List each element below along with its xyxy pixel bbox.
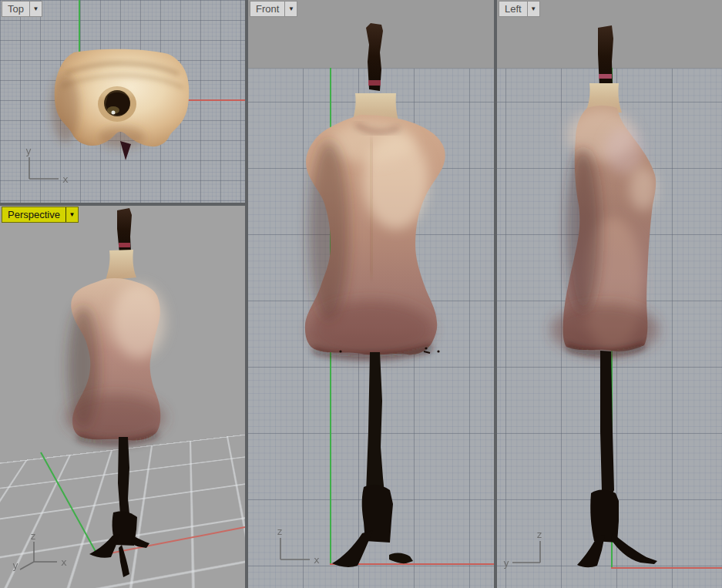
viewport-splitter-horizontal[interactable] [0,203,245,206]
scan-noise [425,347,427,349]
stand-foot-left[interactable] [89,534,120,558]
triad-v-label: z [536,529,542,540]
triad-h-label: x [61,556,67,568]
viewport-front[interactable]: Front ▼ z x [248,0,494,588]
triad-v-label: z [277,526,283,537]
rhino-viewport-workspace: Top ▼ y x [0,0,722,588]
perspective-axis-triad: z x y [9,531,71,574]
stand-pole[interactable] [600,351,614,493]
stand-foot-back[interactable] [577,535,605,567]
stand-base[interactable] [590,490,619,543]
torso-left-shade [309,140,349,322]
pole-pink-band [368,80,381,86]
top-stand-spike[interactable] [120,141,131,160]
stand-foot-front[interactable] [611,533,657,564]
viewport-tab-left[interactable]: Left ▼ [499,1,540,17]
triad-h-label: x [314,554,320,566]
torso-highlight [112,284,166,358]
viewport-left[interactable]: Left ▼ z y [497,0,722,588]
viewport-menu-arrow-icon[interactable]: ▼ [66,207,78,222]
scan-noise [339,350,341,352]
stand-foot-front[interactable] [119,545,129,577]
viewport-tab-perspective[interactable]: Perspective ▼ [2,207,79,223]
viewport-menu-arrow-icon[interactable]: ▼ [528,2,539,16]
chest-highlight [605,127,643,173]
viewport-tab-label[interactable]: Front [250,2,284,16]
viewport-perspective[interactable]: Perspective ▼ z x y [0,206,245,588]
scan-noise [437,350,439,352]
center-seam [371,139,371,277]
stand-foot-left[interactable] [332,530,373,567]
viewport-splitter-vertical-2[interactable] [494,0,497,588]
left-view-model[interactable] [497,0,722,588]
neck[interactable] [106,250,136,281]
triad-v-label: y [25,145,32,156]
top-axis-triad: y x [18,145,72,188]
pole-pink-band [599,74,612,79]
neck-hole-speck [112,111,116,115]
viewport-tab-label[interactable]: Left [499,2,527,16]
hip-shade [65,395,166,441]
left-axis-triad: z y [500,529,554,572]
viewport-top[interactable]: Top ▼ y x [0,0,245,203]
triad-h-label: y [503,557,509,569]
stand-foot-right[interactable] [389,553,413,564]
triad-v-label: z [30,531,36,542]
viewport-tab-label[interactable]: Perspective [2,207,65,222]
pole-pink-band [119,243,130,247]
back-shade [566,148,600,314]
triad-d-label: y [12,559,18,571]
front-axis-triad: z x [270,526,324,569]
viewport-menu-arrow-icon[interactable]: ▼ [285,2,297,16]
top-left-shade [52,73,79,143]
viewport-menu-arrow-icon[interactable]: ▼ [30,2,42,16]
viewport-splitter-vertical-1[interactable] [245,0,248,588]
bust-highlight [630,167,657,210]
viewport-tab-label[interactable]: Top [2,2,29,16]
front-view-model[interactable] [248,0,494,588]
triad-h-label: x [62,173,69,185]
viewport-tab-front[interactable]: Front ▼ [250,1,297,17]
viewport-tab-top[interactable]: Top ▼ [2,1,42,17]
stand-pole[interactable] [118,437,129,515]
stand-foot-right[interactable] [131,536,149,548]
